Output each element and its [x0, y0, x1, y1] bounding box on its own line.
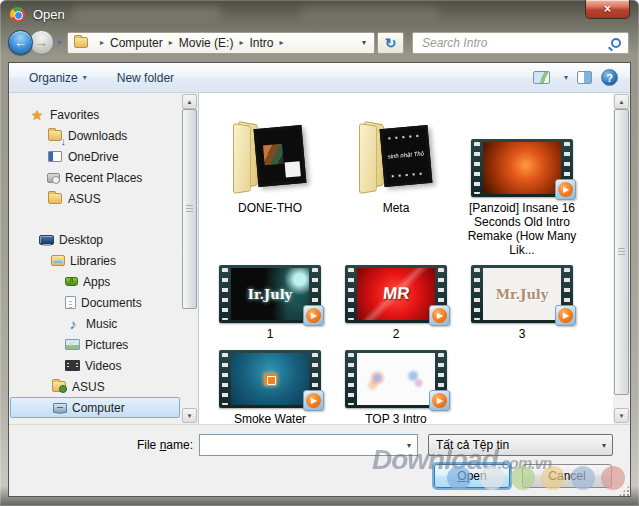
watermark-smudge — [300, 5, 440, 20]
downloads-folder-icon: ↓ — [47, 128, 63, 143]
sidebar-group-desktop[interactable]: Desktop — [9, 229, 181, 250]
preview-pane-icon[interactable] — [577, 71, 592, 84]
help-button[interactable]: ? — [601, 69, 618, 86]
sidebar-item-music[interactable]: ♪ Music — [9, 313, 181, 334]
sidebar-item-asus-user[interactable]: ASUS — [9, 376, 181, 397]
file-item-label: TOP 3 Intro — [365, 412, 427, 424]
file-name-dropdown-icon[interactable]: ▾ — [401, 441, 417, 450]
video-thumbnail: ▶ — [345, 350, 447, 408]
smoke-water-logo — [264, 373, 277, 386]
file-item-label: Meta — [383, 201, 410, 215]
search-icon — [611, 38, 621, 48]
sidebar-item-onedrive[interactable]: OneDrive — [9, 146, 181, 167]
organize-label: Organize — [29, 71, 78, 85]
command-toolbar: Organize ▾ New folder ▾ ? — [9, 63, 630, 93]
file-item-2[interactable]: MR ▶ 2 — [333, 261, 459, 346]
video-thumbnail: ▶ — [471, 139, 573, 197]
chevron-right-icon: ▸ — [233, 38, 249, 47]
pictures-icon — [65, 339, 80, 350]
dialog-panel: Organize ▾ New folder ▾ ? ★ Favorites — [8, 62, 631, 497]
sidebar-item-pictures[interactable]: Pictures — [9, 334, 181, 355]
sidebar-item-recent-places[interactable]: Recent Places — [9, 167, 181, 188]
file-item-top3-intro[interactable]: ▶ TOP 3 Intro — [333, 346, 459, 424]
file-item-label: DONE-THO — [238, 201, 302, 215]
videos-icon — [65, 360, 80, 371]
sidebar-item-libraries[interactable]: Libraries — [9, 250, 181, 271]
chrome-app-icon — [10, 7, 25, 22]
onedrive-icon — [47, 149, 63, 164]
file-item-label: [Panzoid] Insane 16 Seconds Old Intro Re… — [461, 201, 583, 257]
search-box[interactable] — [412, 32, 629, 54]
breadcrumb-item-movie-e[interactable]: Movie (E:) — [179, 36, 234, 50]
content-scrollbar[interactable]: ▲ ▼ — [613, 93, 630, 424]
organize-button[interactable]: Organize ▾ — [21, 68, 95, 88]
video-thumbnail: MR ▶ — [345, 265, 447, 323]
change-view-icon[interactable] — [533, 71, 550, 84]
sidebar-scroll-track[interactable] — [182, 109, 197, 408]
sidebar-item-documents[interactable]: Documents — [9, 292, 181, 313]
play-overlay-icon: ▶ — [555, 179, 576, 200]
sidebar-group-favorites[interactable]: ★ Favorites — [9, 104, 181, 125]
sidebar-scroll-thumb[interactable] — [182, 109, 197, 309]
sidebar-item-apps[interactable]: Apps — [9, 271, 181, 292]
recent-pages-dropdown-icon[interactable]: ▾ — [57, 38, 61, 47]
file-item-3[interactable]: Mr.July ▶ 3 — [459, 261, 585, 346]
file-item-done-tho[interactable]: DONE-THO — [207, 97, 333, 261]
address-dropdown-icon[interactable]: ▾ — [359, 38, 369, 47]
apps-icon — [65, 277, 78, 286]
sidebar-item-asus[interactable]: ASUS — [9, 188, 181, 209]
file-item-label: 1 — [267, 327, 274, 341]
sidebar-item-computer[interactable]: Computer — [10, 397, 180, 418]
back-arrow-icon: ← — [14, 35, 27, 50]
breadcrumb[interactable]: ▸ Computer ▸ Movie (E:) ▸ Intro ▸ ▾ — [67, 32, 375, 54]
new-folder-label: New folder — [117, 71, 174, 85]
organize-dropdown-icon: ▾ — [83, 73, 87, 82]
content-scroll-track[interactable] — [614, 109, 629, 408]
change-view-dropdown-icon[interactable]: ▾ — [564, 73, 568, 82]
chevron-right-icon: ▸ — [273, 38, 289, 47]
back-button[interactable]: ← — [8, 30, 33, 55]
file-type-select[interactable]: Tất cả Tệp tin ▾ — [428, 434, 613, 456]
open-button[interactable]: Open — [434, 464, 510, 488]
file-name-combobox[interactable]: ▾ — [199, 434, 418, 456]
scroll-up-icon[interactable]: ▲ — [182, 94, 197, 109]
content-scroll-thumb[interactable] — [614, 109, 629, 395]
refresh-button[interactable]: ↻ — [377, 32, 404, 54]
file-type-dropdown-icon: ▾ — [596, 441, 612, 450]
scroll-down-icon[interactable]: ▼ — [182, 408, 197, 423]
chevron-right-icon: ▸ — [94, 38, 110, 47]
close-icon: × — [604, 3, 611, 15]
close-button[interactable]: × — [585, 0, 630, 19]
file-list-pane: DONE-THO sinh nhật Thỏ Meta — [198, 93, 630, 424]
title-bar[interactable]: Open × — [0, 0, 639, 28]
music-icon: ♪ — [65, 316, 81, 331]
dialog-body: ★ Favorites ↓ Downloads OneDrive Recent … — [9, 93, 630, 424]
play-overlay-icon: ▶ — [303, 305, 324, 326]
search-input[interactable] — [420, 35, 611, 51]
refresh-icon: ↻ — [385, 35, 397, 51]
sidebar-item-downloads[interactable]: ↓ Downloads — [9, 125, 181, 146]
folder-icon: sinh nhật Thỏ — [352, 119, 440, 197]
breadcrumb-item-computer[interactable]: Computer — [110, 36, 163, 50]
sidebar-scrollbar[interactable]: ▲ ▼ — [181, 93, 198, 424]
file-item-panzoid[interactable]: ▶ [Panzoid] Insane 16 Seconds Old Intro … — [459, 97, 585, 261]
cancel-button[interactable]: Cancel — [522, 464, 612, 488]
new-folder-button[interactable]: New folder — [109, 68, 182, 88]
navigation-bar: ← → ▾ ▸ Computer ▸ Movie (E:) ▸ Intro ▸ … — [0, 28, 639, 62]
breadcrumb-item-intro[interactable]: Intro — [249, 36, 273, 50]
recent-places-icon — [47, 173, 60, 183]
sidebar-item-videos[interactable]: Videos — [9, 355, 181, 376]
scroll-up-icon[interactable]: ▲ — [614, 94, 629, 109]
star-icon: ★ — [29, 107, 45, 122]
folder-icon — [47, 191, 63, 206]
file-item-1[interactable]: Ir.July ▶ 1 — [207, 261, 333, 346]
file-item-label: 2 — [393, 327, 400, 341]
file-name-input[interactable] — [200, 436, 401, 454]
file-item-smoke-water[interactable]: ▶ Smoke Water — [207, 346, 333, 424]
file-item-meta[interactable]: sinh nhật Thỏ Meta — [333, 97, 459, 261]
cancel-button-label: Cancel — [548, 469, 585, 483]
navigation-pane: ★ Favorites ↓ Downloads OneDrive Recent … — [9, 93, 181, 424]
open-button-label: O — [457, 469, 466, 483]
file-item-label: 3 — [519, 327, 526, 341]
scroll-down-icon[interactable]: ▼ — [614, 408, 629, 423]
